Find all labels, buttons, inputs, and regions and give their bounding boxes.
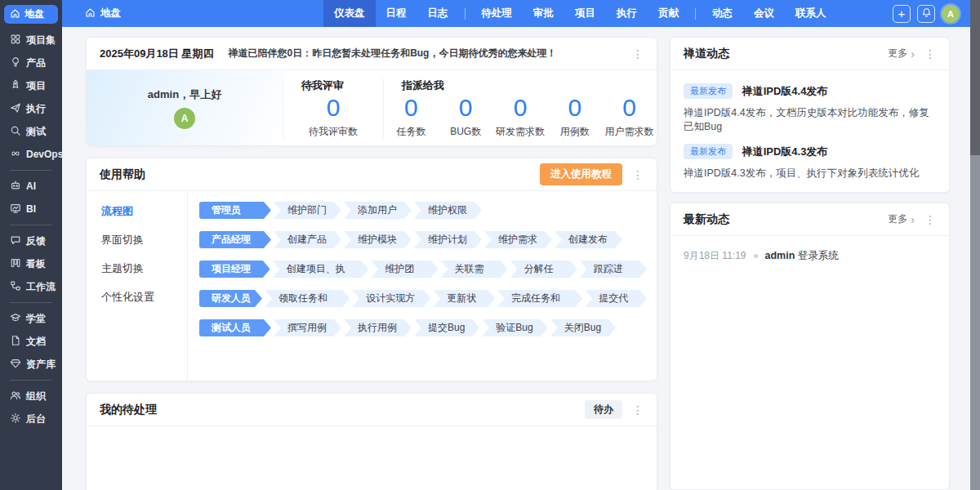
kebab-menu-icon[interactable]: ⋮ [632, 404, 644, 416]
sidebar-item-label: 产品 [26, 56, 46, 70]
sidebar-item-academy[interactable]: 学堂 [0, 307, 62, 330]
help-menu-theme-switch[interactable]: 主题切换 [101, 261, 187, 276]
rocket-icon [10, 79, 21, 93]
help-menu-ui-switch[interactable]: 界面切换 [101, 233, 187, 247]
tab-separator [695, 8, 696, 20]
flow-step: 提交Bug [414, 319, 479, 336]
latest-news-header: 最新动态 更多 › ⋮ [670, 203, 949, 236]
flow-step: 更新状态 [433, 290, 495, 307]
tab-contacts[interactable]: 联系人 [785, 0, 837, 27]
page-scrollbar[interactable] [970, 0, 980, 490]
sidebar-item-admin[interactable]: 后台 [0, 408, 62, 430]
sidebar-item-dashboard[interactable]: 地盘 [4, 5, 58, 24]
tab-separator [465, 8, 466, 20]
help-menu-flowchart[interactable]: 流程图 [101, 204, 187, 219]
help-body: 流程图 界面切换 主题切换 个性化设置 管理员 维护部门 添加用户 维护权限 产… [87, 191, 657, 381]
kebab-menu-icon[interactable]: ⋮ [924, 214, 936, 225]
flow-step: 维护部门 [274, 202, 341, 219]
flow-step: 设计实现方案 [352, 290, 430, 307]
scrollbar-thumb[interactable] [970, 0, 980, 155]
stat-label: BUG数 [439, 125, 493, 139]
tab-dynamic[interactable]: 动态 [702, 0, 743, 27]
sidebar-item-assets[interactable]: 资产库 [0, 353, 62, 376]
help-card: 使用帮助 进入使用教程 ⋮ 流程图 界面切换 主题切换 个性化设置 管理员 维护… [86, 158, 657, 381]
welcome-card: 2025年09月18日 星期四 禅道已陪伴您0日：昨日您暂未处理任务和Bug，今… [86, 37, 657, 146]
tab-project[interactable]: 项目 [564, 0, 606, 27]
create-button[interactable]: + [893, 5, 911, 23]
tab-dashboard[interactable]: 仪表盘 [323, 0, 376, 27]
flow-step: 维护需求 [484, 231, 552, 248]
topbar-actions: + A [893, 0, 960, 27]
feed-time: 9月18日 11:19 [684, 249, 746, 263]
tab-execution[interactable]: 执行 [606, 0, 648, 27]
stats-area: 待我评审 0 待我评审数 指派给我 0 [283, 70, 657, 145]
stat-label: 待我评审数 [283, 125, 383, 139]
todo-title: 我的待处理 [100, 403, 157, 417]
sidebar-item-ai[interactable]: AI [0, 175, 62, 198]
tab-log[interactable]: 日志 [417, 0, 459, 27]
sidebar-item-workflow[interactable]: 工作流 [0, 275, 62, 298]
sidebar-item-product[interactable]: 产品 [0, 51, 62, 74]
stat-label: 用例数 [547, 125, 602, 139]
flow-step: 维护计划 [414, 231, 482, 248]
notification-button[interactable] [917, 5, 935, 23]
help-menu-personalize[interactable]: 个性化设置 [101, 290, 187, 305]
flow-step: 维护权限 [414, 202, 482, 219]
release-badge: 最新发布 [684, 144, 733, 159]
todo-card: 我的待处理 待办 ⋮ [86, 393, 657, 490]
tutorial-button[interactable]: 进入使用教程 [540, 163, 622, 185]
sidebar-item-label: 工作流 [26, 280, 56, 294]
tab-approval[interactable]: 审批 [523, 0, 564, 27]
sidebar-item-org[interactable]: 组织 [0, 385, 62, 408]
stat-label: 研发需求数 [493, 125, 548, 139]
sidebar-item-label: 资产库 [26, 358, 56, 372]
breadcrumb[interactable]: 地盘 [85, 0, 121, 27]
news-item[interactable]: 最新发布 禅道IPD版4.4发布 禅道IPD版4.4发布，文档历史版本对比功能发… [670, 75, 949, 136]
sidebar-item-label: 学堂 [26, 312, 46, 326]
more-link[interactable]: 更多 › [888, 212, 915, 226]
stat-value: 0 [439, 94, 493, 122]
users-icon [10, 390, 21, 403]
stat-value: 0 [283, 94, 383, 122]
tab-meeting[interactable]: 会议 [743, 0, 785, 27]
document-icon [10, 335, 21, 349]
kebab-menu-icon[interactable]: ⋮ [632, 169, 644, 180]
stat-bugs[interactable]: 0 BUG数 [439, 94, 493, 140]
sidebar-item-devops[interactable]: DevOps [0, 143, 62, 166]
stat-tasks[interactable]: 0 任务数 [384, 94, 439, 140]
tab-calendar[interactable]: 日程 [376, 0, 417, 27]
stat-review[interactable]: 0 待我评审数 [283, 94, 383, 140]
stat-requirements[interactable]: 0 用户需求数 [602, 94, 657, 140]
sidebar-item-execution[interactable]: 执行 [0, 97, 62, 120]
news-item[interactable]: 最新发布 禅道IPD版4.3发布 禅道IPD版4.3发布，项目、执行下对象列表统… [670, 136, 949, 182]
right-column: 禅道动态 更多 › ⋮ 最新发布 禅道IPD版4.4发布 禅道IPD版4.4发布… [670, 37, 950, 490]
plus-icon: + [898, 7, 906, 20]
sidebar-item-label: 地盘 [24, 7, 44, 21]
todo-filter-badge[interactable]: 待办 [585, 400, 622, 419]
sidebar-item-project[interactable]: 项目 [0, 74, 62, 97]
help-header: 使用帮助 进入使用教程 ⋮ [87, 158, 657, 191]
sidebar-item-kanban[interactable]: 看板 [0, 252, 62, 275]
tab-todo[interactable]: 待处理 [471, 0, 523, 27]
avatar[interactable]: A [942, 5, 960, 23]
sidebar-item-bi[interactable]: BI [0, 198, 62, 220]
zentao-news-card: 禅道动态 更多 › ⋮ 最新发布 禅道IPD版4.4发布 禅道IPD版4.4发布… [670, 37, 950, 193]
flow-step: 分解任务 [510, 261, 577, 278]
sidebar-item-program[interactable]: 项目集 [0, 29, 62, 51]
tab-contribution[interactable]: 贡献 [648, 0, 689, 27]
flow-step: 跟踪进度 [580, 261, 647, 278]
stat-cases[interactable]: 0 用例数 [547, 94, 602, 140]
more-link[interactable]: 更多 › [888, 47, 915, 60]
sidebar-item-qa[interactable]: 测试 [0, 120, 62, 143]
avatar[interactable]: A [174, 108, 195, 129]
stat-value: 0 [384, 94, 439, 122]
kebab-menu-icon[interactable]: ⋮ [632, 48, 644, 60]
sidebar-item-doc[interactable]: 文档 [0, 330, 62, 353]
stat-stories[interactable]: 0 研发需求数 [493, 94, 548, 140]
zentao-news-title: 禅道动态 [684, 47, 729, 61]
kebab-menu-icon[interactable]: ⋮ [924, 48, 936, 60]
greeting-block: admin，早上好 A [87, 70, 283, 145]
home-icon [85, 7, 96, 20]
robot-icon [10, 180, 21, 194]
sidebar-item-feedback[interactable]: 反馈 [0, 229, 62, 252]
